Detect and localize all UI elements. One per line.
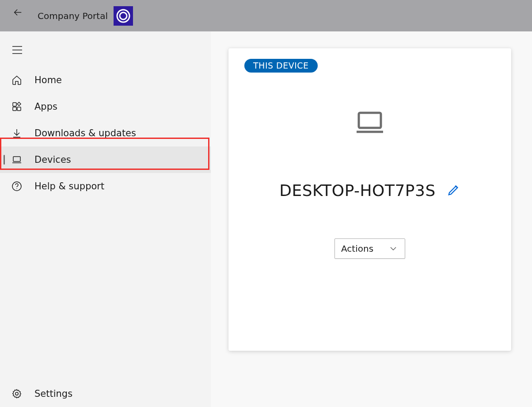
back-button[interactable]: [12, 7, 23, 18]
sidebar-item-apps[interactable]: Apps: [0, 93, 211, 120]
gear-icon: [11, 388, 22, 399]
device-name-row: DESKTOP-HOT7P3S: [279, 181, 460, 200]
back-arrow-icon: [13, 8, 23, 17]
home-icon: [11, 75, 22, 85]
sidebar-item-label: Devices: [34, 154, 71, 165]
sidebar-item-downloads[interactable]: Downloads & updates: [0, 120, 211, 146]
hamburger-icon: [12, 46, 22, 54]
download-icon: [11, 128, 22, 138]
sidebar-item-label: Apps: [34, 101, 57, 112]
device-card: THIS DEVICE DESKTOP-HOT7P3S Actions: [228, 48, 511, 351]
device-laptop-icon: [356, 111, 384, 135]
company-portal-logo-icon: [115, 8, 131, 24]
pencil-icon: [447, 183, 460, 196]
svg-rect-6: [13, 107, 16, 111]
actions-dropdown-label: Actions: [341, 243, 373, 254]
edit-name-button[interactable]: [447, 183, 460, 198]
actions-dropdown[interactable]: Actions: [334, 238, 405, 259]
this-device-badge: THIS DEVICE: [244, 59, 318, 73]
app-logo: [114, 6, 133, 26]
svg-rect-7: [17, 107, 21, 111]
svg-rect-8: [13, 157, 20, 161]
sidebar: Home Apps Downloads & updates Devices: [0, 31, 211, 407]
sidebar-item-home[interactable]: Home: [0, 67, 211, 93]
svg-point-10: [16, 188, 17, 189]
help-icon: [11, 181, 22, 192]
chevron-down-icon: [390, 246, 397, 251]
sidebar-item-settings[interactable]: Settings: [0, 380, 211, 407]
laptop-icon: [11, 154, 22, 165]
sidebar-item-help[interactable]: Help & support: [0, 173, 211, 200]
hamburger-button[interactable]: [12, 46, 22, 56]
svg-point-0: [117, 10, 129, 22]
sidebar-item-label: Help & support: [34, 181, 104, 192]
svg-rect-12: [359, 113, 381, 128]
sidebar-item-label: Home: [34, 75, 62, 85]
svg-rect-5: [13, 103, 16, 106]
svg-point-9: [12, 182, 21, 191]
sidebar-item-label: Downloads & updates: [34, 128, 136, 138]
apps-icon: [11, 101, 22, 112]
title-bar: Company Portal: [0, 0, 532, 31]
app-title: Company Portal: [38, 11, 108, 21]
device-name: DESKTOP-HOT7P3S: [279, 181, 436, 200]
svg-point-11: [15, 392, 18, 395]
main-content: THIS DEVICE DESKTOP-HOT7P3S Actions: [211, 31, 532, 407]
svg-point-1: [120, 12, 127, 19]
sidebar-item-label: Settings: [34, 388, 72, 399]
sidebar-item-devices[interactable]: Devices: [0, 146, 211, 173]
